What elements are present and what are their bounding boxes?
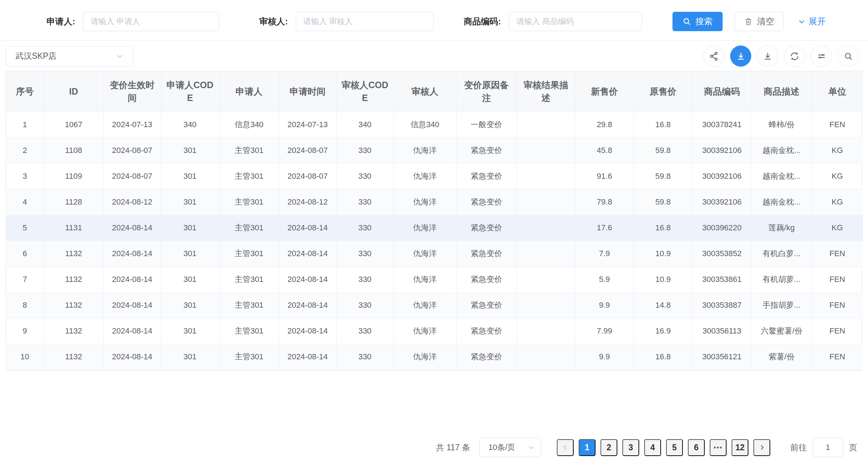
product-code-input[interactable] bbox=[509, 12, 642, 31]
table-cell: 主管301 bbox=[219, 138, 279, 163]
table-cell: 330 bbox=[336, 318, 394, 344]
table-cell: 紧急变价 bbox=[456, 241, 517, 267]
last-page-button[interactable]: 12 bbox=[732, 439, 748, 456]
download-icon[interactable] bbox=[757, 45, 778, 67]
zoom-search-icon[interactable] bbox=[838, 45, 859, 67]
table-cell: 主管301 bbox=[219, 318, 279, 344]
table-cell: 300392106 bbox=[692, 163, 752, 189]
table-cell: 330 bbox=[336, 215, 394, 241]
table-cell: 4 bbox=[6, 189, 44, 215]
table-cell: 1108 bbox=[44, 138, 103, 163]
table-cell: 2024-08-14 bbox=[103, 318, 161, 344]
table-cell: 340 bbox=[161, 112, 219, 138]
table-cell: 1109 bbox=[44, 163, 103, 189]
table-cell: FEN bbox=[811, 292, 863, 318]
reviewer-input[interactable] bbox=[296, 12, 434, 31]
table-row[interactable]: 411282024-08-12301主管3012024-08-12330仇海洋紧… bbox=[6, 189, 863, 215]
more-pages-button[interactable]: ••• bbox=[710, 439, 727, 456]
table-cell: 5.9 bbox=[575, 267, 634, 292]
table-cell: 仇海洋 bbox=[394, 189, 456, 215]
table-cell: 3 bbox=[6, 163, 44, 189]
table-cell: 一般变价 bbox=[456, 112, 517, 138]
table-cell: FEN bbox=[811, 241, 863, 267]
table-cell: 2024-08-14 bbox=[279, 241, 336, 267]
table-cell: 紧急变价 bbox=[456, 267, 517, 292]
share-icon[interactable] bbox=[703, 45, 724, 67]
table-cell: 5 bbox=[6, 215, 44, 241]
table-cell: FEN bbox=[811, 112, 863, 138]
table-cell: 300396220 bbox=[692, 215, 752, 241]
content-panel: 武汉SKP店 bbox=[0, 40, 868, 470]
table-row[interactable]: 511312024-08-14301主管3012024-08-14330仇海洋紧… bbox=[6, 215, 863, 241]
table-cell bbox=[517, 163, 575, 189]
goto-page-input[interactable] bbox=[812, 438, 843, 457]
table-cell: 2024-08-07 bbox=[279, 138, 336, 163]
table-row[interactable]: 110672024-07-13340信息3402024-07-13340信息34… bbox=[6, 112, 863, 138]
table-cell: 300378241 bbox=[692, 112, 752, 138]
export-download-icon[interactable] bbox=[730, 45, 751, 67]
table-cell: 300356113 bbox=[692, 318, 752, 344]
table-cell bbox=[517, 267, 575, 292]
filter-settings-icon[interactable] bbox=[811, 45, 832, 67]
table-cell: 301 bbox=[161, 292, 219, 318]
store-select[interactable]: 武汉SKP店 bbox=[6, 46, 133, 67]
table-cell: 330 bbox=[336, 344, 394, 370]
table-row[interactable]: 711322024-08-14301主管3012024-08-14330仇海洋紧… bbox=[6, 267, 863, 292]
reviewer-label: 审核人: bbox=[259, 16, 288, 27]
table-cell: 紫薯/份 bbox=[752, 344, 811, 370]
table-cell: 330 bbox=[336, 241, 394, 267]
table-row[interactable]: 211082024-08-07301主管3012024-08-07330仇海洋紧… bbox=[6, 138, 863, 163]
column-header: 新售价 bbox=[575, 71, 634, 112]
table-cell: 莲藕/kg bbox=[752, 215, 811, 241]
prev-page-button[interactable] bbox=[557, 439, 574, 456]
page-button-3[interactable]: 3 bbox=[622, 439, 639, 456]
column-header: 变价原因备注 bbox=[456, 71, 517, 112]
column-header: 申请人 bbox=[219, 71, 279, 112]
table-cell: 2024-08-14 bbox=[279, 318, 336, 344]
table-row[interactable]: 911322024-08-14301主管3012024-08-14330仇海洋紧… bbox=[6, 318, 863, 344]
page-button-6[interactable]: 6 bbox=[688, 439, 705, 456]
table-cell: FEN bbox=[811, 267, 863, 292]
table-cell: 越南金枕... bbox=[752, 189, 811, 215]
refresh-icon[interactable] bbox=[784, 45, 805, 67]
page-number-buttons: 123456 bbox=[579, 439, 705, 456]
table-cell bbox=[517, 318, 575, 344]
total-count-label: 共 117 条 bbox=[436, 442, 470, 453]
content-toolbar: 武汉SKP店 bbox=[6, 45, 862, 67]
search-button[interactable]: 搜索 bbox=[672, 12, 723, 31]
table-row[interactable]: 611322024-08-14301主管3012024-08-14330仇海洋紧… bbox=[6, 241, 863, 267]
table-cell: 越南金枕... bbox=[752, 163, 811, 189]
column-header: 审核结果描述 bbox=[517, 71, 575, 112]
table-cell: 16.8 bbox=[634, 344, 692, 370]
table-cell: 330 bbox=[336, 138, 394, 163]
store-select-value: 武汉SKP店 bbox=[15, 51, 57, 62]
table-cell: 301 bbox=[161, 138, 219, 163]
clear-button[interactable]: 清空 bbox=[735, 12, 783, 31]
pager: 123456 ••• 12 bbox=[557, 439, 770, 456]
table-cell: 300392106 bbox=[692, 189, 752, 215]
table-cell: 10 bbox=[6, 344, 44, 370]
page-button-5[interactable]: 5 bbox=[666, 439, 683, 456]
page-size-select[interactable]: 10条/页 bbox=[479, 438, 541, 457]
table-row[interactable]: 1011322024-08-14301主管3012024-08-14330仇海洋… bbox=[6, 344, 863, 370]
table-cell: 300353861 bbox=[692, 267, 752, 292]
table-cell: FEN bbox=[811, 318, 863, 344]
table-cell bbox=[517, 344, 575, 370]
table-cell: 2024-08-14 bbox=[279, 292, 336, 318]
page-button-4[interactable]: 4 bbox=[644, 439, 661, 456]
table-action-icons bbox=[703, 45, 862, 67]
table-cell: 301 bbox=[161, 344, 219, 370]
table-header-row: 序号ID变价生效时间申请人CODE申请人申请时间审核人CODE审核人变价原因备注… bbox=[6, 71, 863, 112]
table-cell: 主管301 bbox=[219, 292, 279, 318]
table-row[interactable]: 811322024-08-14301主管3012024-08-14330仇海洋紧… bbox=[6, 292, 863, 318]
table-row[interactable]: 311092024-08-07301主管3012024-08-07330仇海洋紧… bbox=[6, 163, 863, 189]
table-cell: 2024-07-13 bbox=[279, 112, 336, 138]
expand-toggle[interactable]: 展开 bbox=[798, 16, 826, 27]
table-cell: 9.9 bbox=[575, 344, 634, 370]
next-page-button[interactable] bbox=[753, 439, 770, 456]
applicant-input[interactable] bbox=[83, 12, 219, 31]
page-button-2[interactable]: 2 bbox=[601, 439, 617, 456]
table-cell: 330 bbox=[336, 163, 394, 189]
table-cell: 信息340 bbox=[219, 112, 279, 138]
page-button-1[interactable]: 1 bbox=[579, 439, 595, 456]
